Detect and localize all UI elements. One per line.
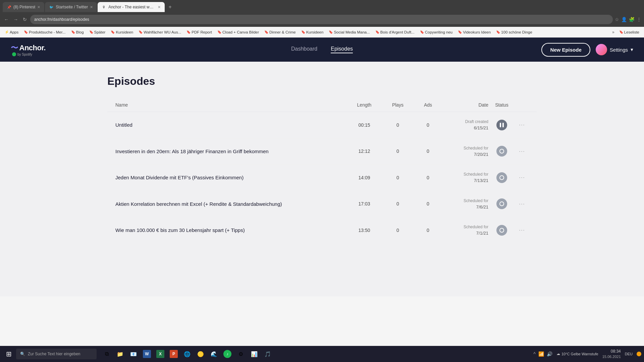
bookmark-blog[interactable]: 🔖 Blog: [69, 29, 86, 35]
bookmark-leseliste[interactable]: 🔖 Leseliste: [617, 29, 641, 35]
menu-icon[interactable]: ⋮: [637, 17, 641, 22]
taskbar: ⊞ 🔍 Zur Suche Text hier eingeben ⧉ 📁 📧 W…: [0, 346, 644, 362]
episode-status-3[interactable]: [488, 198, 515, 209]
tray-icon-1[interactable]: ^: [533, 351, 536, 357]
new-tab-button[interactable]: +: [165, 2, 175, 12]
tab-pinterest-close[interactable]: ✕: [37, 5, 40, 9]
taskbar-app-word[interactable]: W: [141, 348, 153, 360]
bookmark-copywriting-label: Copywriting neu: [425, 30, 452, 34]
taskbar-app-ppt[interactable]: P: [168, 348, 180, 360]
taskbar-app-explorer[interactable]: 📁: [114, 348, 126, 360]
bookmark-spaeter[interactable]: 🔖 Später: [87, 29, 108, 35]
address-input[interactable]: anchor.fm/dashboard/episodes: [30, 15, 613, 24]
taskbar-app-spotify[interactable]: ♪: [221, 348, 233, 360]
taskbar-app-music[interactable]: 🎵: [262, 348, 274, 360]
bookmark-100-dinge-label: 100 schöne Dinge: [501, 30, 532, 34]
browser-chrome: 📌 (8) Pinterest ✕ 🐦 Startseite / Twitter…: [0, 0, 644, 38]
logo-subtitle: by Spotify: [11, 52, 32, 56]
clock-area[interactable]: 08:34 15.06.2021: [602, 349, 621, 359]
bookmark-kursideen1[interactable]: 🔖 Kursideen: [109, 29, 135, 35]
bookmark-star-icon[interactable]: ☆: [615, 17, 619, 22]
taskbar-app-chrome[interactable]: 🟡: [195, 348, 207, 360]
episode-actions-3[interactable]: ···: [515, 200, 529, 207]
logo-by-text: by Spotify: [17, 53, 32, 56]
tab-twitter-close[interactable]: ✕: [90, 5, 93, 9]
episode-name-2: Jeden Monat Dividende mit ETF's (Passive…: [115, 174, 347, 181]
tab-twitter[interactable]: 🐦 Startseite / Twitter ✕: [45, 2, 97, 12]
svg-point-0: [496, 120, 507, 130]
tab-anchor-close[interactable]: ✕: [158, 5, 161, 9]
notification-badge[interactable]: [637, 352, 641, 356]
taskbar-app-settings[interactable]: ⚙: [235, 348, 247, 360]
episode-plays-3: 0: [381, 201, 415, 206]
episode-ads-4: 0: [415, 228, 441, 233]
address-url: anchor.fm/dashboard/episodes: [34, 17, 89, 22]
logo-area[interactable]: 〜 Anchor. by Spotify: [11, 43, 46, 56]
tab-pinterest[interactable]: 📌 (8) Pinterest ✕: [3, 2, 44, 12]
bookmark-videokurs-label: Videokurs Ideen: [463, 30, 491, 34]
bookmark-kursideen2[interactable]: 🔖 Kursideen: [299, 29, 326, 35]
taskbar-search[interactable]: 🔍 Zur Suche Text hier eingeben: [16, 349, 97, 359]
bookmark-100-dinge[interactable]: 🔖 100 schöne Dinge: [494, 29, 534, 35]
episode-status-2[interactable]: [488, 172, 515, 183]
bookmark-copywriting[interactable]: 🔖 Copywriting neu: [418, 29, 454, 35]
bookmark-canva[interactable]: 🔖 Cload + Canva Bilder: [215, 29, 261, 35]
taskbar-app-chart[interactable]: 📊: [248, 348, 260, 360]
episode-actions-2[interactable]: ···: [515, 174, 529, 181]
bookmark-social-label: Social Media Mana...: [334, 30, 370, 34]
bookmark-videokurs[interactable]: 🔖 Videokurs Ideen: [456, 29, 493, 35]
bookmark-social[interactable]: 🔖 Social Media Mana...: [327, 29, 372, 35]
table-row[interactable]: Aktien Korrelation berechnen mit Excel (…: [107, 191, 537, 218]
bookmark-kursideen1-label: Kursideen: [116, 30, 133, 34]
table-row[interactable]: Investieren in den 20ern: Als 18 jährige…: [107, 138, 537, 165]
episode-actions-4[interactable]: ···: [515, 227, 529, 234]
table-row[interactable]: Jeden Monat Dividende mit ETF's (Passive…: [107, 165, 537, 191]
episode-status-0[interactable]: [488, 120, 515, 130]
nav-episodes[interactable]: Episodes: [331, 46, 353, 53]
bm-icon-13: 🔖: [458, 30, 462, 34]
col-header-plays: Plays: [381, 102, 415, 108]
settings-button[interactable]: Settings ▾: [596, 44, 633, 55]
episode-date-0: Draft created 6/15/21: [441, 119, 488, 131]
new-episode-button[interactable]: New Episode: [541, 43, 590, 57]
bookmarks-more[interactable]: »: [611, 29, 616, 35]
account-icon[interactable]: 👤: [621, 17, 627, 22]
reload-button[interactable]: ↻: [21, 15, 28, 23]
bm-icon-15: 🔖: [619, 30, 623, 34]
taskbar-app-taskview[interactable]: ⧉: [101, 348, 113, 360]
app-header: 〜 Anchor. by Spotify Dashboard Episodes …: [0, 38, 644, 62]
bookmark-dinner[interactable]: 🔖 Dinner & Crime: [262, 29, 298, 35]
tab-anchor[interactable]: 🎙 Anchor - The easiest way to mai... ✕: [98, 2, 165, 12]
table-row[interactable]: Wie man 100.000 € bis zum 30 Lebensjahr …: [107, 217, 537, 243]
episode-status-1[interactable]: [488, 146, 515, 157]
episode-actions-0[interactable]: ···: [515, 121, 529, 128]
bookmark-produktsuche[interactable]: 🔖 Produktsuche - Mer...: [22, 29, 67, 35]
nav-dashboard[interactable]: Dashboard: [291, 46, 317, 53]
taskbar-app-excel[interactable]: X: [154, 348, 166, 360]
bookmark-kursideen2-label: Kursideen: [306, 30, 324, 34]
forward-button[interactable]: →: [12, 15, 19, 23]
episode-status-4[interactable]: [488, 225, 515, 236]
table-row[interactable]: Untitled 00:15 0 0 Draft created 6/15/21…: [107, 112, 537, 138]
table-header: Name Length Plays Ads Date Status: [107, 98, 537, 112]
network-icon[interactable]: 📶: [538, 351, 544, 357]
bookmark-pdf[interactable]: 🔖 PDF Report: [184, 29, 214, 35]
clock-date: 15.06.2021: [602, 354, 621, 359]
language-indicator: DEU: [625, 352, 633, 356]
episode-name-3: Aktien Korrelation berechnen mit Excel (…: [115, 200, 347, 207]
episode-length-0: 00:15: [347, 122, 381, 128]
back-button[interactable]: ←: [3, 15, 10, 23]
episode-actions-1[interactable]: ···: [515, 148, 529, 155]
volume-icon[interactable]: 🔊: [547, 351, 552, 357]
bookmark-bois[interactable]: 🔖 Bois d'Argent Duft...: [373, 29, 417, 35]
extensions-icon[interactable]: 🧩: [629, 17, 635, 22]
bookmark-wahlfaecher[interactable]: 🔖 Wahlfächer WU Aus...: [137, 29, 183, 35]
start-button[interactable]: ⊞: [3, 348, 15, 360]
taskbar-app-edge[interactable]: 🌊: [208, 348, 220, 360]
taskbar-apps: ⧉ 📁 📧 W X P 🌐 🟡 🌊 ♪ ⚙: [101, 348, 274, 360]
bookmark-wahlfaecher-label: Wahlfächer WU Aus...: [144, 30, 181, 34]
bookmark-apps[interactable]: ⚡ Apps: [3, 29, 20, 35]
bookmark-canva-label: Cload + Canva Bilder: [222, 30, 259, 34]
taskbar-app-app1[interactable]: 🌐: [181, 348, 193, 360]
taskbar-app-mail[interactable]: 📧: [127, 348, 140, 360]
